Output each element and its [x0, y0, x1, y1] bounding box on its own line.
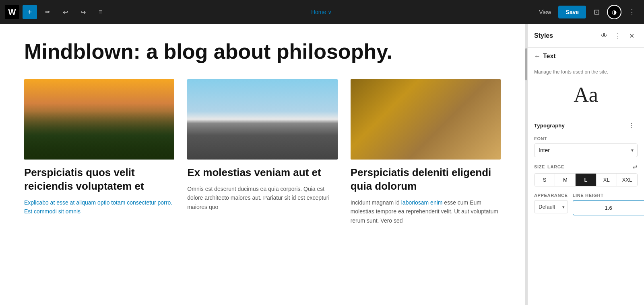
layout-button[interactable]: ⊡: [589, 5, 604, 19]
size-xxl-button[interactable]: XXL: [617, 174, 637, 186]
scrollbar[interactable]: [525, 24, 527, 305]
more-options-button[interactable]: ⋮: [625, 5, 639, 19]
panel-header: Styles 👁 ⋮ ✕: [528, 24, 644, 48]
appearance-line-height-row: APPEARANCE Default Thin Light Regular Me…: [534, 193, 638, 215]
canvas: Mindblown: a blog about philosophy. Pers…: [0, 24, 525, 305]
appearance-select[interactable]: Default Thin Light Regular Medium Bold: [534, 200, 568, 213]
post-card: Perspiciatis deleniti eligendi quia dolo…: [351, 79, 501, 225]
eye-icon: 👁: [601, 32, 607, 39]
typography-section: Typography ⋮ FONT Inter Sans Serif Serif…: [528, 115, 644, 220]
size-value: LARGE: [547, 164, 564, 169]
post-excerpt: Omnis est deserunt ducimus ea quia corpo…: [187, 184, 337, 211]
post-title: Ex molestias veniam aut et: [187, 166, 337, 180]
post-image-sunset: [24, 79, 174, 160]
line-height-control: + −: [573, 200, 644, 215]
panel-eye-button[interactable]: 👁: [598, 30, 610, 42]
panel-close-button[interactable]: ✕: [625, 30, 638, 42]
posts-grid: Perspiciatis quos velit reiciendis volup…: [24, 79, 501, 225]
panel-back-row: ← Text: [528, 48, 644, 65]
aa-preview: Aa: [528, 75, 644, 115]
line-height-input[interactable]: [573, 202, 644, 214]
blog-title: Mindblown: a blog about philosophy.: [24, 40, 501, 63]
panel-title: Styles: [534, 32, 553, 39]
line-height-label: LINE HEIGHT: [573, 193, 644, 198]
home-link[interactable]: Home ∨: [311, 9, 332, 15]
more-icon: ⋮: [615, 32, 621, 40]
post-excerpt-link[interactable]: laboriosam enim: [401, 199, 443, 206]
edit-icon: ✏: [45, 8, 50, 16]
chevron-down-icon: ∨: [328, 9, 332, 15]
panel-header-icons: 👁 ⋮ ✕: [598, 30, 638, 42]
back-arrow-icon: ←: [534, 53, 541, 60]
panel-back-button[interactable]: ←: [534, 53, 541, 60]
font-select[interactable]: Inter Sans Serif Serif Monospace: [534, 143, 638, 157]
appearance-label: APPEARANCE: [534, 193, 568, 198]
undo-button[interactable]: ↩: [58, 5, 72, 19]
typography-title: Typography: [534, 123, 565, 129]
redo-button[interactable]: ↪: [76, 5, 90, 19]
undo-icon: ↩: [63, 8, 68, 16]
font-label: FONT: [534, 136, 638, 141]
line-height-field: LINE HEIGHT + −: [573, 193, 644, 215]
size-label: SIZE: [534, 164, 545, 169]
redo-icon: ↪: [80, 8, 86, 16]
toolbar-center: Home ∨: [111, 9, 532, 15]
size-label-row: SIZE LARGE ⇄: [534, 164, 638, 170]
post-title: Perspiciatis deleniti eligendi quia dolo…: [351, 166, 501, 193]
add-icon: +: [28, 8, 32, 16]
more-icon: ⋮: [628, 8, 636, 16]
post-card: Perspiciatis quos velit reiciendis volup…: [24, 79, 174, 225]
size-xl-button[interactable]: XL: [597, 174, 617, 186]
wp-logo-text: W: [8, 8, 16, 17]
home-link-text: Home: [311, 9, 326, 15]
appearance-field: APPEARANCE Default Thin Light Regular Me…: [534, 193, 568, 213]
edit-button[interactable]: ✏: [40, 5, 55, 19]
scrollbar-thumb: [525, 48, 527, 80]
post-excerpt: Explicabo at esse at aliquam optio totam…: [24, 198, 174, 216]
add-button[interactable]: +: [23, 5, 37, 19]
right-panel: Styles 👁 ⋮ ✕ ← Text Manage the fonts use…: [527, 24, 644, 305]
list-icon: ≡: [99, 8, 102, 16]
post-excerpt: Incidunt magnam id laboriosam enim esse …: [351, 198, 501, 225]
post-card: Ex molestias veniam aut et Omnis est des…: [187, 79, 337, 225]
close-icon: ✕: [629, 32, 634, 40]
appearance-select-wrapper: Default Thin Light Regular Medium Bold ▾: [534, 200, 568, 213]
size-l-button[interactable]: L: [576, 174, 596, 186]
font-select-wrapper: Inter Sans Serif Serif Monospace ▾: [534, 143, 638, 157]
size-m-button[interactable]: M: [555, 174, 576, 186]
view-button[interactable]: View: [535, 6, 555, 18]
list-view-button[interactable]: ≡: [93, 5, 108, 19]
post-excerpt-link[interactable]: aliquam optio totam: [76, 199, 125, 206]
size-buttons: S M L XL XXL: [534, 173, 638, 186]
save-button[interactable]: Save: [558, 6, 586, 18]
post-title: Perspiciatis quos velit reiciendis volup…: [24, 166, 174, 193]
font-field: FONT Inter Sans Serif Serif Monospace ▾: [534, 136, 638, 157]
section-header: Typography ⋮: [534, 119, 638, 131]
panel-back-label: Text: [543, 53, 556, 60]
save-label: Save: [566, 9, 579, 15]
post-image-road: [187, 79, 337, 160]
contrast-icon: ◑: [612, 9, 617, 15]
menu-icon: ⋮: [628, 122, 635, 129]
main-area: Mindblown: a blog about philosophy. Pers…: [0, 24, 644, 305]
layout-icon: ⊡: [594, 8, 600, 16]
wp-logo[interactable]: W: [5, 5, 19, 19]
size-field: SIZE LARGE ⇄ S M L XL XXL: [534, 164, 638, 186]
toolbar: W + ✏ ↩ ↪ ≡ Home ∨ View Save ⊡ ◑ ⋮: [0, 0, 644, 24]
size-s-button[interactable]: S: [535, 174, 555, 186]
toolbar-right: View Save ⊡ ◑ ⋮: [535, 5, 639, 19]
post-image-items: [351, 79, 501, 160]
view-label: View: [539, 9, 551, 15]
contrast-button[interactable]: ◑: [607, 5, 621, 19]
panel-subtitle: Manage the fonts used on the site.: [528, 65, 644, 75]
filter-icon[interactable]: ⇄: [633, 164, 638, 170]
panel-more-button[interactable]: ⋮: [612, 30, 624, 42]
typography-menu-button[interactable]: ⋮: [625, 119, 638, 131]
